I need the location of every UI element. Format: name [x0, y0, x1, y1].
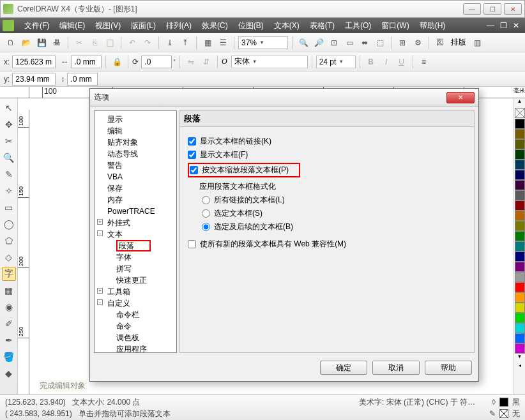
menu-item[interactable]: 排列(A) [161, 19, 197, 33]
bold-icon[interactable]: B [364, 55, 378, 69]
palette-up-icon[interactable]: ▲ [514, 98, 525, 107]
help-button[interactable]: 帮助 [425, 361, 472, 375]
menu-item[interactable]: 版面(L) [126, 19, 161, 33]
zoom-sel-icon[interactable]: ⬚ [373, 36, 387, 50]
outline-tool-icon[interactable]: ✒ [2, 333, 16, 347]
undo-icon[interactable]: ↶ [125, 36, 139, 50]
menu-item[interactable]: 文件(F) [19, 19, 54, 33]
align-icon[interactable]: ≡ [417, 55, 431, 69]
w-input[interactable] [71, 56, 102, 68]
chk-web-compat[interactable]: 使所有新的段落文本框具有 Web 兼容性(M) [188, 239, 466, 250]
options-tree[interactable]: 显示编辑贴齐对象动态导线警告VBA保存内存PowerTRACE+外挂式-文本段落… [94, 110, 177, 353]
freehand-tool-icon[interactable]: ✎ [2, 167, 16, 181]
zoom-dropdown[interactable]: 37%▼ [238, 36, 288, 49]
tree-item[interactable]: 段落 [95, 240, 176, 251]
open-icon[interactable]: 📂 [19, 36, 33, 50]
color-swatch[interactable] [515, 343, 525, 354]
ok-button[interactable]: 确定 [320, 361, 367, 375]
text-tool-icon[interactable]: 字 [2, 267, 16, 281]
tree-item[interactable]: 警告 [95, 160, 176, 171]
menu-item[interactable]: 编辑(E) [54, 19, 90, 33]
y-input[interactable] [12, 73, 56, 86]
mirror-h-icon[interactable]: ⇋ [184, 55, 198, 69]
basic-shapes-icon[interactable]: ◇ [2, 250, 16, 264]
tree-item[interactable]: -自定义 [95, 297, 176, 309]
color-swatch[interactable] [515, 211, 525, 221]
cancel-button[interactable]: 取消 [372, 361, 420, 375]
minimize-button[interactable]: — [463, 3, 481, 15]
menu-item[interactable]: 帮助(H) [415, 19, 451, 33]
palette-flyout-icon[interactable]: ◂ [514, 363, 525, 371]
app-launcher-icon[interactable]: ▦ [201, 36, 215, 50]
menu-item[interactable]: 位图(B) [233, 19, 269, 33]
smart-tool-icon[interactable]: ✧ [2, 184, 16, 198]
color-swatch[interactable] [515, 231, 525, 241]
color-swatch[interactable] [515, 323, 525, 333]
h-input[interactable] [67, 73, 98, 86]
crop-tool-icon[interactable]: ✂ [2, 134, 16, 148]
save-icon[interactable]: 💾 [34, 36, 49, 50]
palette-down-icon[interactable]: ▼ [514, 354, 525, 363]
color-swatch[interactable] [515, 190, 525, 200]
menu-item[interactable]: 窗口(W) [376, 19, 414, 33]
chk-scale-frame[interactable]: 按文本缩放段落文本框(P) [188, 163, 300, 177]
table-tool-icon[interactable]: ▦ [2, 283, 16, 297]
color-swatch[interactable] [515, 180, 525, 190]
tree-item[interactable]: 拼写 [95, 263, 176, 274]
tree-item[interactable]: 应用程序 [95, 343, 176, 353]
tree-item[interactable]: PowerTRACE [95, 206, 176, 217]
tree-item[interactable]: 贴齐对象 [95, 137, 176, 148]
tree-item[interactable]: 动态导线 [95, 148, 176, 160]
tree-item[interactable]: 调色板 [95, 332, 176, 343]
chk-show-links[interactable]: 显示文本框的链接(K) [188, 136, 466, 147]
menu-item[interactable]: 表格(T) [305, 19, 340, 33]
export-icon[interactable]: ⤒ [178, 36, 192, 50]
outline-swatch[interactable] [499, 409, 508, 418]
rectangle-tool-icon[interactable]: ▭ [2, 200, 16, 214]
cut-icon[interactable]: ✂ [72, 36, 86, 50]
tree-item[interactable]: 快速更正 [95, 274, 176, 286]
color-swatch[interactable] [515, 160, 525, 170]
chk-show-frame[interactable]: 显示文本框(F) [188, 149, 466, 160]
menu-item[interactable]: 效果(C) [197, 19, 233, 33]
color-swatch[interactable] [515, 303, 525, 313]
underline-icon[interactable]: U [395, 55, 409, 69]
eyedropper-tool-icon[interactable]: ✐ [2, 317, 16, 331]
fontsize-dropdown[interactable]: 24 pt▼ [316, 56, 356, 68]
import-icon[interactable]: ⤓ [163, 36, 177, 50]
tree-item[interactable]: 字体 [95, 251, 176, 263]
zoom-in-icon[interactable]: 🔍 [296, 36, 310, 50]
tree-item[interactable]: VBA [95, 171, 176, 183]
paste-icon[interactable]: 📋 [103, 36, 117, 50]
rad-all-linked[interactable]: 所有链接的文本框(L) [202, 195, 466, 206]
color-swatch[interactable] [515, 139, 525, 149]
pick-tool-icon[interactable]: ↖ [2, 101, 16, 115]
ellipse-tool-icon[interactable]: ◯ [2, 217, 16, 231]
color-swatch[interactable] [515, 129, 525, 139]
zoom-width-icon[interactable]: ⬌ [358, 36, 372, 50]
zoom-page-icon[interactable]: ▭ [342, 36, 356, 50]
menu-item[interactable]: 工具(O) [340, 19, 376, 33]
color-swatch[interactable] [515, 241, 525, 251]
menu-item[interactable]: 文本(X) [269, 19, 305, 33]
print-icon[interactable]: 🖶 [50, 36, 64, 50]
color-swatch[interactable] [515, 282, 525, 292]
text-tool-icon[interactable]: 図 [433, 36, 447, 50]
mdi-restore[interactable]: ❐ [497, 21, 510, 30]
color-swatch[interactable] [515, 119, 525, 129]
zoom-out-icon[interactable]: 🔎 [312, 36, 326, 50]
tree-item[interactable]: 命令 [95, 320, 176, 332]
tree-item[interactable]: 编辑 [95, 125, 176, 137]
color-swatch[interactable] [515, 333, 525, 343]
angle-input[interactable] [141, 56, 172, 68]
mirror-v-icon[interactable]: ⇵ [199, 55, 213, 69]
fill-swatch[interactable] [499, 398, 508, 407]
zoom-fit-icon[interactable]: ⊡ [327, 36, 341, 50]
mdi-minimize[interactable]: — [484, 21, 497, 30]
layout-icon[interactable]: ▥ [470, 36, 484, 50]
tree-item[interactable]: +工具箱 [95, 286, 176, 297]
font-dropdown[interactable]: 宋体▼ [231, 56, 308, 68]
options-icon[interactable]: ⚙ [411, 36, 425, 50]
color-swatch[interactable] [515, 170, 525, 180]
lock-icon[interactable]: 🔒 [110, 55, 124, 69]
